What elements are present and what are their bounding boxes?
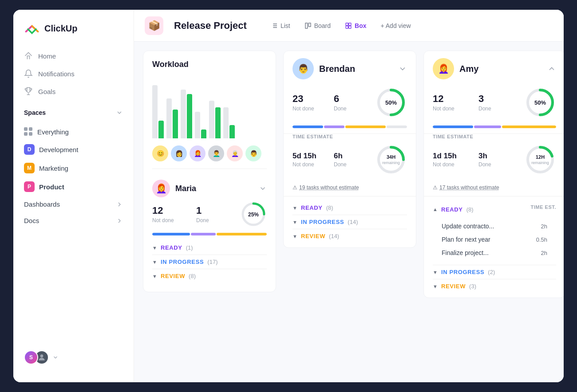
nav-notifications-label: Notifications <box>38 70 75 78</box>
amy-time-est-col: TIME EST. <box>530 204 556 210</box>
nav-notifications[interactable]: Notifications <box>13 65 134 82</box>
brendan-warning: ⚠ 19 tasks without estimate <box>292 184 407 191</box>
brendan-ready-count: (8) <box>326 204 333 211</box>
brendan-done-time: 6h <box>334 152 364 161</box>
amy-review-count: (3) <box>469 283 476 290</box>
brendan-d-time-label: Done <box>334 161 364 168</box>
brendan-done: 6 <box>334 93 364 105</box>
maria-ready-count: (1) <box>186 244 193 251</box>
avatar-s[interactable]: S <box>24 350 38 365</box>
maria-review-row[interactable]: ▼ REVIEW (8) <box>152 269 267 283</box>
nav-home-label: Home <box>38 52 56 60</box>
board-icon <box>304 22 312 29</box>
task-time-1: 2h <box>541 223 547 230</box>
brendan-not-done-label: Not done <box>292 106 323 112</box>
maria-inprogress-row[interactable]: ▼ IN PROGRESS (17) <box>152 255 267 269</box>
trophy-icon <box>24 87 33 96</box>
workload-title: Workload <box>152 60 267 69</box>
svg-text:12H: 12H <box>536 154 545 160</box>
sidebar-item-development[interactable]: D Development <box>13 140 134 159</box>
add-view-button[interactable]: + Add view <box>374 20 417 32</box>
brendan-warning-link[interactable]: 19 tasks without estimate <box>299 184 359 191</box>
sidebar-dashboards[interactable]: Dashboards <box>13 196 134 212</box>
add-view-label: + Add view <box>380 22 411 29</box>
maria-name: Maria <box>175 184 196 193</box>
logo: ClickUp <box>13 20 134 47</box>
maria-ready-row[interactable]: ▼ READY (1) <box>152 241 267 255</box>
svg-text:34H: 34H <box>387 154 395 160</box>
amy-nd-time-label: Not done <box>433 161 468 168</box>
amy-d-time-label: Done <box>478 161 514 168</box>
spaces-section: Spaces <box>13 100 134 123</box>
avatar-1: 😊 <box>152 145 168 161</box>
maria-review-label: REVIEW <box>161 273 185 279</box>
marketing-badge: M <box>24 163 35 173</box>
brendan-progress-ring: 50% <box>375 86 407 118</box>
nav-home[interactable]: Home <box>13 47 134 65</box>
task-name-1: Update contracto... <box>442 223 494 230</box>
task-row-2: Plan for next year 0.5h <box>442 233 547 246</box>
brendan-inprogress-label: IN PROGRESS <box>301 219 344 225</box>
amy-inprogress-row[interactable]: ▼ IN PROGRESS (2) <box>433 265 556 279</box>
amy-inprogress-label: IN PROGRESS <box>441 269 484 275</box>
task-name-2: Plan for next year <box>442 236 490 243</box>
spaces-title: Spaces <box>24 109 46 116</box>
amy-inprogress-count: (2) <box>488 269 495 275</box>
svg-rect-12 <box>349 26 351 28</box>
amy-ready-count: (8) <box>466 206 474 213</box>
brendan-ready-row[interactable]: ▼ READY (8) <box>292 201 407 215</box>
chevron-down-icon[interactable] <box>116 109 123 116</box>
avatar-4: 👨‍🦱 <box>208 145 224 161</box>
brendan-inprogress-row[interactable]: ▼ IN PROGRESS (14) <box>292 215 407 229</box>
brendan-status-section: ▼ READY (8) ▼ IN PROGRESS (14) ▼ REVIEW <box>284 196 416 247</box>
maria-inprogress-count: (17) <box>207 259 217 265</box>
sidebar-item-marketing[interactable]: M Marketing <box>13 159 134 177</box>
tab-board[interactable]: Board <box>298 20 337 32</box>
space-everything-label: Everything <box>37 128 69 136</box>
amy-warning-link[interactable]: 17 tasks without estimate <box>439 184 499 191</box>
svg-rect-10 <box>349 23 351 25</box>
workload-chart <box>152 76 267 138</box>
brendan-review-count: (14) <box>329 233 339 239</box>
tab-box[interactable]: Box <box>339 20 372 32</box>
avatar-2: 👩 <box>171 145 187 161</box>
brendan-not-done: 23 <box>292 93 323 105</box>
avatar-6: 👨 <box>245 145 261 161</box>
sidebar-docs[interactable]: Docs <box>13 212 134 229</box>
dashboards-label: Dashboards <box>24 200 60 208</box>
product-badge: P <box>24 181 35 192</box>
amy-review-label: REVIEW <box>441 283 466 290</box>
amy-avatar: 👩‍🦰 <box>433 58 454 79</box>
brendan-review-row[interactable]: ▼ REVIEW (14) <box>292 229 407 243</box>
amy-ready-label: READY <box>441 206 463 213</box>
svg-text:25%: 25% <box>248 212 259 218</box>
user-avatars: S <box>24 350 49 365</box>
home-icon <box>24 51 33 60</box>
sidebar-item-product[interactable]: P Product <box>13 177 134 196</box>
chevron-right-icon-docs <box>116 217 123 224</box>
amy-not-done-time: 1d 15h <box>433 152 468 161</box>
brendan-name: Brendan <box>319 64 355 74</box>
cards-area: Workload 😊 👩 👩‍🦰 👨‍🦱 👩‍🦳 👨 <box>134 42 564 382</box>
space-product-label: Product <box>39 183 64 191</box>
nav-goals-label: Goals <box>38 88 55 95</box>
sidebar-item-everything[interactable]: Everything <box>13 123 134 140</box>
sidebar: ClickUp Home Notifications Goals Spaces … <box>13 10 134 382</box>
svg-point-0 <box>40 354 43 357</box>
grid-icon <box>24 127 33 136</box>
maria-collapse-icon[interactable] <box>259 184 267 192</box>
tab-list[interactable]: List <box>265 20 296 32</box>
chevron-down-user-icon[interactable] <box>52 354 59 361</box>
amy-done: 3 <box>478 93 514 105</box>
maria-not-done-label: Not done <box>152 217 186 223</box>
maria-avatar: 👩‍🦰 <box>152 180 170 197</box>
nav-goals[interactable]: Goals <box>13 82 134 100</box>
brendan-collapse-icon[interactable] <box>398 64 407 73</box>
amy-not-done-label: Not done <box>433 106 468 112</box>
maria-done-count: 1 <box>196 205 229 216</box>
brendan-time-est-label: TIME ESTIMATE <box>292 134 407 139</box>
amy-review-row[interactable]: ▼ REVIEW (3) <box>433 279 556 293</box>
amy-ready-row[interactable]: ▲ READY (8) TIME EST. <box>433 201 556 218</box>
amy-collapse-icon[interactable] <box>547 64 556 73</box>
svg-text:remaining: remaining <box>382 161 400 165</box>
